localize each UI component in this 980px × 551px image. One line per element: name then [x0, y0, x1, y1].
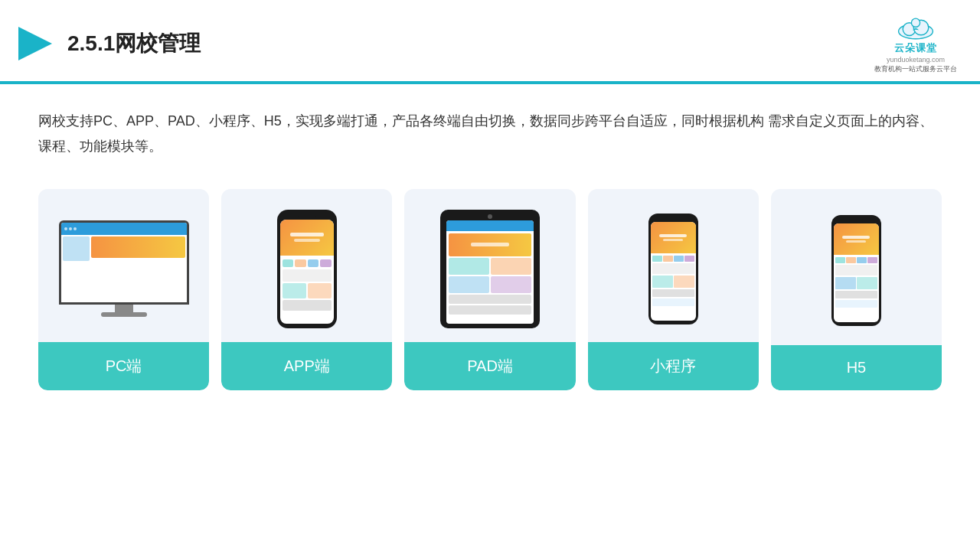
description-text: 网校支持PC、APP、PAD、小程序、H5，实现多端打通，产品各终端自由切换，数… — [0, 84, 980, 174]
card-app: APP端 — [221, 189, 392, 390]
logo-url: yunduoketang.com — [887, 55, 945, 65]
card-app-image — [221, 189, 392, 342]
play-icon — [15, 24, 55, 64]
card-pc: PC端 — [38, 189, 209, 390]
card-mini-label: 小程序 — [588, 342, 759, 390]
svg-point-4 — [911, 18, 920, 27]
pc-neck — [115, 305, 133, 312]
app-phone-mockup — [277, 210, 337, 328]
card-pc-label: PC端 — [38, 342, 209, 390]
svg-marker-0 — [18, 27, 52, 60]
card-h5: H5 — [771, 189, 942, 390]
logo-area: 云朵课堂 yunduoketang.com 教育机构一站式服务云平台 — [874, 14, 957, 73]
page-title: 2.5.1网校管理 — [67, 29, 201, 58]
card-h5-image — [771, 189, 942, 345]
description-content: 网校支持PC、APP、PAD、小程序、H5，实现多端打通，产品各终端自由切换，数… — [38, 113, 933, 153]
card-pad: PAD端 — [404, 189, 575, 390]
header-divider — [0, 81, 980, 83]
card-mini: 小程序 — [588, 189, 759, 390]
h5-phone-mockup — [831, 215, 881, 326]
logo-name: 云朵课堂 — [894, 41, 937, 55]
card-app-label: APP端 — [221, 342, 392, 390]
page-header: 2.5.1网校管理 云朵课堂 yunduoketang.com 教育机构一站式服… — [0, 0, 980, 84]
card-pad-label: PAD端 — [404, 342, 575, 390]
cards-container: PC端 — [0, 174, 980, 413]
logo-sub: 教育机构一站式服务云平台 — [874, 65, 957, 74]
header-left: 2.5.1网校管理 — [15, 24, 201, 64]
card-pc-image — [38, 189, 209, 342]
card-h5-label: H5 — [771, 345, 942, 390]
mini-phone-mockup — [648, 214, 698, 324]
pc-screen — [59, 220, 189, 305]
logo-icon — [894, 14, 937, 41]
card-mini-image — [588, 189, 759, 342]
card-pad-image — [404, 189, 575, 342]
pc-mockup — [57, 220, 191, 317]
pad-mockup — [440, 210, 540, 328]
pc-base — [101, 312, 147, 317]
